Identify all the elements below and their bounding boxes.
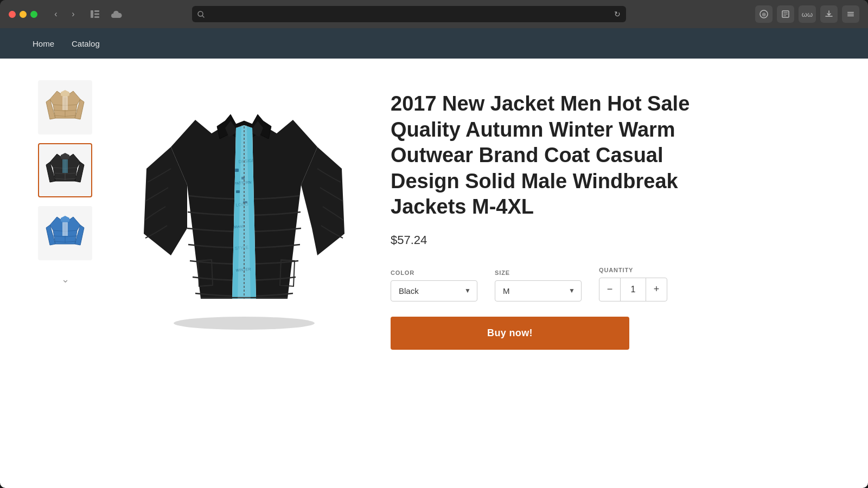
url-input[interactable]	[209, 10, 610, 18]
share-button[interactable]: ⊕	[755, 5, 773, 23]
product-layout: ⌄	[0, 59, 760, 371]
close-button[interactable]	[9, 11, 16, 18]
svg-rect-2	[94, 14, 99, 15]
color-select-wrapper: Black Beige Blue ▼	[391, 280, 477, 301]
thumbnail-beige[interactable]	[38, 80, 92, 134]
svg-rect-13	[847, 14, 854, 15]
nav-home[interactable]: Home	[33, 39, 54, 48]
thumbnail-black[interactable]	[38, 143, 92, 197]
color-select[interactable]: Black Beige Blue	[391, 280, 477, 301]
quantity-control: − 1 +	[599, 278, 667, 301]
quantity-option-group: QUANTITY − 1 +	[599, 267, 667, 301]
page-content: Home Catalog	[0, 28, 868, 488]
product-title: 2017 New Jacket Men Hot Sale Quality Aut…	[391, 91, 727, 220]
color-option-group: COLOR Black Beige Blue ▼	[391, 269, 477, 301]
refresh-button[interactable]: ↻	[614, 10, 621, 18]
search-icon	[197, 11, 205, 18]
menu-button[interactable]	[842, 5, 859, 23]
extension-button[interactable]: ωω	[799, 5, 816, 23]
product-info-panel: 2017 New Jacket Men Hot Sale Quality Aut…	[391, 80, 727, 350]
svg-rect-12	[847, 12, 854, 13]
quantity-label: QUANTITY	[599, 267, 667, 273]
svg-text:⊕: ⊕	[762, 11, 766, 17]
quantity-value: 1	[620, 278, 646, 301]
cloud-button[interactable]	[109, 7, 124, 22]
minimize-button[interactable]	[20, 11, 27, 18]
svg-rect-0	[91, 10, 93, 18]
quantity-increase-button[interactable]: +	[646, 278, 667, 301]
download-button[interactable]	[820, 5, 838, 23]
main-product-image: DESIGN PATTERN LOGO BRAND STYLE WINTER	[130, 80, 358, 350]
toolbar-icons: ⊕ ωω	[755, 5, 859, 23]
size-select[interactable]: M L XL 2XL 3XL 4XL	[495, 280, 582, 301]
nav-catalog[interactable]: Catalog	[72, 39, 100, 48]
reader-button[interactable]	[777, 5, 794, 23]
traffic-lights	[9, 11, 37, 18]
size-option-group: SIZE M L XL 2XL 3XL 4XL ▼	[495, 269, 582, 301]
nav-buttons: ‹ ›	[48, 7, 81, 22]
thumbnail-list: ⌄	[33, 80, 98, 350]
color-label: COLOR	[391, 269, 477, 276]
size-select-wrapper: M L XL 2XL 3XL 4XL ▼	[495, 280, 582, 301]
sidebar-toggle-button[interactable]	[87, 7, 103, 22]
svg-rect-14	[847, 16, 854, 17]
svg-rect-28	[236, 190, 240, 193]
product-price: $57.24	[391, 233, 727, 247]
maximize-button[interactable]	[30, 11, 37, 18]
buy-now-button[interactable]: Buy now!	[391, 317, 629, 350]
browser-window: ‹ › ↻	[0, 0, 868, 488]
back-button[interactable]: ‹	[48, 7, 63, 22]
thumbnails-scroll-down[interactable]: ⌄	[61, 273, 69, 285]
site-nav: Home Catalog	[0, 28, 868, 59]
address-bar: ↻	[192, 6, 626, 22]
size-label: SIZE	[495, 269, 582, 276]
svg-rect-1	[94, 10, 99, 12]
forward-button[interactable]: ›	[66, 7, 81, 22]
quantity-decrease-button[interactable]: −	[599, 278, 620, 301]
svg-point-18	[174, 317, 315, 330]
options-row: COLOR Black Beige Blue ▼ SIZE	[391, 267, 727, 301]
svg-line-5	[202, 16, 204, 17]
svg-rect-3	[94, 16, 99, 18]
browser-titlebar: ‹ › ↻	[0, 0, 868, 28]
thumbnail-blue[interactable]	[38, 206, 92, 260]
